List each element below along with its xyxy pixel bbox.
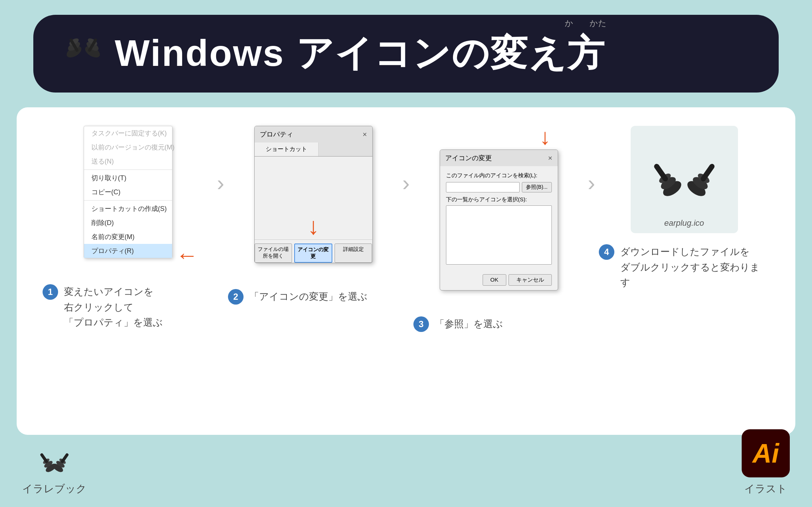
step-2: プロパティ × ショートカット ↓ ファイルの場所を開く [224,126,402,305]
step-2-desc: 2 「アイコンの変更」を選ぶ [224,289,402,305]
step-1-content: タスクバーに固定する(K) 以前のバージョンの復元(M) 送る(N) 切り取り(… [39,126,217,330]
footer-right-label: イラスト [744,482,787,496]
context-menu: タスクバーに固定する(K) 以前のバージョンの復元(M) 送る(N) 切り取り(… [84,126,172,258]
footer: イラレブック Ai イラスト [22,429,790,496]
orange-arrow-down-step3: ↓ [440,126,558,148]
properties-content-area [261,164,366,208]
menu-item-restore: 以前のバージョンの復元(M) [84,140,172,154]
properties-dialog: プロパティ × ショートカット ↓ ファイルの場所を開く [254,126,373,263]
main-content-card: タスクバーに固定する(K) 以前のバージョンの復元(M) 送る(N) 切り取り(… [17,107,795,435]
step-4-text: ダウンロードしたファイルをダブルクリックすると変わります [620,244,769,291]
menu-item-cut: 切り取り(T) [84,171,172,185]
steps-container: タスクバーに固定する(K) 以前のバージョンの復元(M) 送る(N) 切り取り(… [39,126,773,332]
icon-dialog-body: このファイル内のアイコンを検索(L): 参照(B)... 下の一覧からアイコンを… [440,166,558,274]
orange-arrow-down-step2: ↓ [255,214,372,238]
properties-dialog-wrapper: プロパティ × ショートカット ↓ ファイルの場所を開く [254,126,373,274]
step-3: ↓ アイコンの変更 × このファイル内のアイコンを検索(L): 参照(B)... [410,126,588,332]
arrow-2-3: › [402,126,410,196]
properties-body [255,157,372,214]
earplug-image-box: earplug.ico [631,126,738,233]
step-3-number: 3 [413,316,429,332]
header-earplug-icon [63,30,104,78]
icon-dialog-titlebar: アイコンの変更 × [440,150,558,166]
btn-open-location[interactable]: ファイルの場所を開く [255,244,292,263]
step-3-desc: 3 「参照」を選ぶ [410,316,588,332]
menu-item-shortcut: ショートカットの作成(S) [84,202,172,216]
step-4-content: earplug.ico 4 ダウンロードしたファイルをダブルクリックすると変わり… [595,126,773,291]
step-3-text: 「参照」を選ぶ [435,316,584,332]
step-2-number: 2 [228,289,244,305]
ok-button[interactable]: OK [483,274,506,286]
btn-advanced[interactable]: 詳細設定 [335,244,372,263]
footer-right: Ai イラスト [742,429,790,496]
brand-name: イラレブック [22,482,87,496]
step-1-text: 変えたいアイコンを右クリックして「プロパティ」を選ぶ [64,284,213,330]
step-2-content: プロパティ × ショートカット ↓ ファイルの場所を開く [224,126,402,305]
icon-dialog-title: アイコンの変更 [445,154,492,162]
menu-item-pin: タスクバーに固定する(K) [84,126,172,140]
header-banner: Windows アイコンの変え か かた 方 [33,15,779,93]
earplug-illustration [644,142,725,216]
icon-search-input[interactable] [446,182,520,192]
list-label: 下の一覧からアイコンを選択(S): [446,196,552,203]
step-4: earplug.ico 4 ダウンロードしたファイルをダブルクリックすると変わり… [595,126,773,291]
step-1-desc: 1 変えたいアイコンを右クリックして「プロパティ」を選ぶ [39,284,217,330]
icon-list-area [446,205,552,265]
step-3-content: ↓ アイコンの変更 × このファイル内のアイコンを検索(L): 参照(B)... [410,126,588,332]
icon-change-dialog: アイコンの変更 × このファイル内のアイコンを検索(L): 参照(B)... 下… [440,150,558,291]
btn-change-icon[interactable]: アイコンの変更 [294,244,332,263]
properties-buttons: ファイルの場所を開く アイコンの変更 詳細設定 [255,239,372,263]
step-4-number: 4 [599,244,614,260]
footer-earplug-icon [40,445,69,478]
menu-item-copy: コピー(C) [84,185,172,199]
menu-item-properties[interactable]: プロパティ(R) [84,244,172,258]
tab-shortcut[interactable]: ショートカット [255,142,319,156]
context-menu-wrapper: タスクバーに固定する(K) 以前のバージョンの復元(M) 送る(N) 切り取り(… [84,126,172,269]
search-label: このファイル内のアイコンを検索(L): [446,172,552,179]
menu-divider-2 [84,200,172,201]
properties-title: プロパティ [260,130,293,139]
illustrator-icon: Ai [742,429,790,477]
page-title: Windows アイコンの変え か かた 方 [115,29,604,79]
footer-logo: イラレブック [22,445,87,496]
orange-arrow-left-step1: ← [176,244,198,266]
menu-item-send: 送る(N) [84,154,172,168]
icon-dialog-footer: OK キャンセル [440,274,558,290]
properties-tabs: ショートカット [255,142,372,157]
cancel-button[interactable]: キャンセル [509,274,552,286]
arrow-3-4: › [588,126,595,196]
step-1-number: 1 [43,284,58,300]
browse-button[interactable]: 参照(B)... [522,182,551,192]
properties-close-button[interactable]: × [363,130,367,139]
icon-dialog-close[interactable]: × [548,154,553,162]
menu-item-delete: 削除(D) [84,216,172,230]
icon-search-row: 参照(B)... [446,182,552,192]
step-2-text: 「アイコンの変更」を選ぶ [249,289,399,305]
menu-divider-1 [84,169,172,170]
step-4-desc: 4 ダウンロードしたファイルをダブルクリックすると変わります [595,244,773,291]
step-1: タスクバーに固定する(K) 以前のバージョンの復元(M) 送る(N) 切り取り(… [39,126,217,330]
icon-dialog-wrapper: ↓ アイコンの変更 × このファイル内のアイコンを検索(L): 参照(B)... [440,126,558,302]
menu-item-rename: 名前の変更(M) [84,230,172,244]
arrow-1-2: › [217,126,224,196]
properties-titlebar: プロパティ × [255,126,372,142]
earplug-filename: earplug.ico [664,218,704,228]
